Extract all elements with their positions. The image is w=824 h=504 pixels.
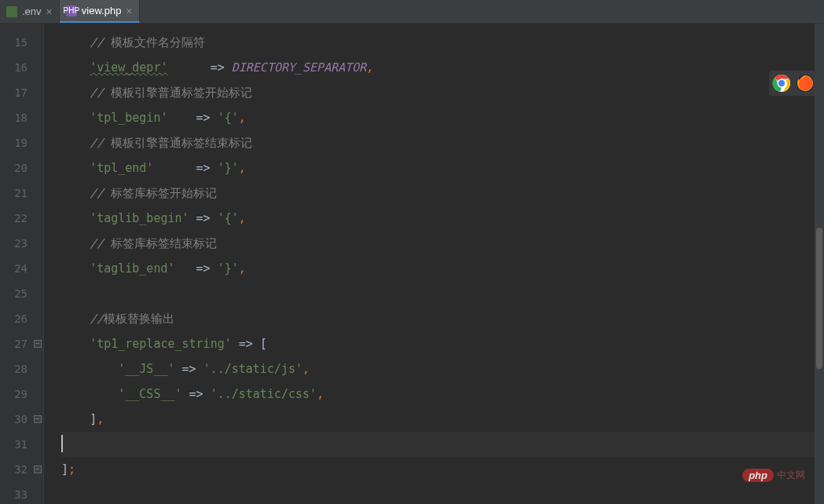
text-caret (61, 435, 63, 452)
tab-label: view.php (82, 5, 122, 16)
close-icon[interactable]: × (46, 6, 53, 17)
fold-icon[interactable]: − (34, 340, 42, 348)
svg-point-2 (778, 80, 785, 86)
line-number: 31 (0, 432, 43, 457)
code-line[interactable]: '__CSS__' => '../static/css', (61, 382, 824, 407)
scroll-thumb[interactable] (816, 228, 822, 369)
code-line[interactable] (61, 281, 824, 306)
fold-icon[interactable]: − (34, 415, 42, 423)
code-line[interactable]: // 模板文件名分隔符 (61, 30, 824, 55)
code-line[interactable]: // 标签库标签结束标记 (61, 231, 824, 256)
code-line[interactable]: ], (61, 407, 824, 432)
editor-area: 15161718192021222324252627−282930−3132−3… (0, 24, 824, 504)
code-line[interactable]: // 模板引擎普通标签开始标记 (61, 80, 824, 105)
tab-viewphp[interactable]: PHPview.php× (60, 0, 140, 23)
line-number: 28 (0, 356, 43, 382)
code-line[interactable]: 'view_depr' => DIRECTORY_SEPARATOR, (61, 55, 824, 80)
vertical-scrollbar[interactable] (815, 24, 824, 504)
tab-label: .env (22, 5, 42, 17)
line-number: 33 (0, 482, 43, 504)
code-content[interactable]: // 模板文件名分隔符 'view_depr' => DIRECTORY_SEP… (44, 24, 824, 504)
browser-launch-panel (769, 71, 818, 96)
line-number: 18 (0, 105, 43, 130)
line-number: 21 (0, 181, 43, 206)
code-line[interactable]: // 模板引擎普通标签结束标记 (61, 130, 824, 155)
tab-env[interactable]: .env× (0, 0, 60, 23)
code-line[interactable]: '__JS__' => '../static/js', (61, 356, 824, 382)
watermark: php 中文网 (742, 469, 805, 482)
code-line[interactable]: 'taglib_end' => '}', (61, 256, 824, 281)
code-line[interactable] (61, 482, 824, 504)
line-number: 26 (0, 306, 43, 331)
watermark-text: 中文网 (777, 469, 805, 482)
line-number: 29 (0, 382, 43, 407)
line-number: 30− (0, 407, 43, 432)
code-line[interactable]: //模板替换输出 (61, 306, 824, 331)
firefox-icon[interactable] (796, 74, 815, 93)
line-number: 22 (0, 206, 43, 231)
code-line[interactable] (61, 432, 824, 457)
close-icon[interactable]: × (126, 5, 132, 16)
line-number: 20 (0, 155, 43, 181)
fold-icon[interactable]: − (34, 466, 42, 473)
tab-bar: .env×PHPview.php× (0, 0, 824, 24)
line-number: 25 (0, 281, 43, 306)
watermark-badge: php (742, 469, 774, 482)
line-number: 27− (0, 331, 43, 356)
line-number: 16 (0, 55, 43, 80)
line-number: 19 (0, 130, 43, 155)
code-line[interactable]: ]; (61, 457, 824, 482)
code-line[interactable]: 'tpl_begin' => '{', (61, 105, 824, 130)
line-number: 24 (0, 256, 43, 281)
file-icon (6, 6, 17, 17)
code-line[interactable]: 'tp1_replace_string' => [ (61, 331, 824, 356)
line-number: 23 (0, 231, 43, 256)
line-number: 32− (0, 457, 43, 482)
chrome-icon[interactable] (772, 74, 791, 93)
line-gutter: 15161718192021222324252627−282930−3132−3… (0, 24, 44, 504)
line-number: 15 (0, 30, 43, 55)
code-line[interactable]: 'taglib_begin' => '{', (61, 206, 824, 231)
line-number: 17 (0, 80, 43, 105)
code-line[interactable]: 'tpl_end' => '}', (61, 155, 824, 181)
file-icon: PHP (66, 5, 77, 16)
code-line[interactable]: // 标签库标签开始标记 (61, 181, 824, 206)
